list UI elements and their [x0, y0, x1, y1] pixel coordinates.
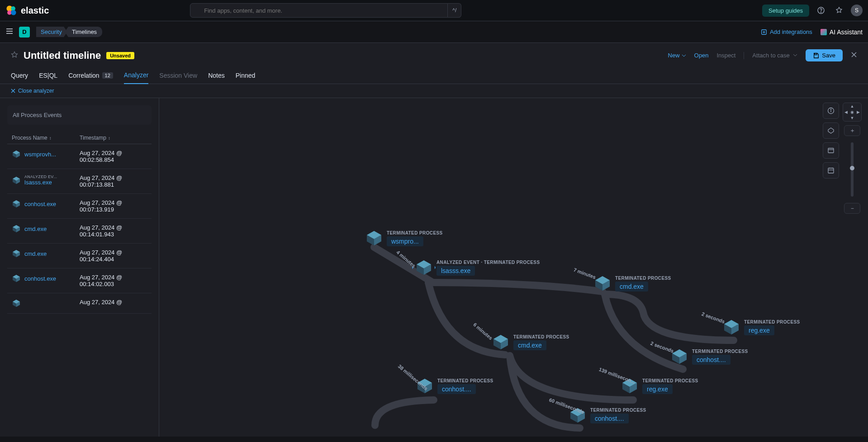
row-timestamp: Aug 27, 2024 @: [80, 299, 147, 306]
new-button[interactable]: New: [668, 52, 686, 59]
node-name-link[interactable]: lsasss.exe: [436, 266, 475, 276]
node-name-link[interactable]: wsmpro...: [387, 236, 423, 246]
process-node[interactable]: TERMINATED PROCESS cmd.exe: [593, 274, 671, 292]
zoom-in-icon[interactable]: ＋: [844, 125, 860, 136]
node-name-link[interactable]: reg.exe: [642, 384, 673, 394]
sidebar: All Process Events Process Name ↕ Timest…: [0, 98, 159, 441]
brand-logo[interactable]: elastic: [5, 5, 49, 16]
breadcrumb-security[interactable]: Security: [36, 27, 67, 37]
process-name-link[interactable]: wsmprovh...: [24, 151, 56, 158]
row-timestamp: Aug 27, 2024 @ 00:14:01.943: [80, 224, 147, 238]
node-name-link[interactable]: cmd.exe: [615, 282, 648, 292]
ai-assistant-button[interactable]: AI Assistant: [821, 28, 863, 36]
node-name-link[interactable]: conhost....: [437, 384, 476, 394]
node-status: TERMINATED PROCESS: [692, 349, 748, 354]
edge-label: 6 minutes: [472, 322, 493, 341]
cube-icon: [12, 249, 21, 258]
table-row[interactable]: conhost.exe Aug 27, 2024 @ 00:14:02.003: [7, 268, 152, 293]
node-name-link[interactable]: conhost....: [590, 414, 629, 423]
page-title: Untitled timeline: [24, 50, 101, 61]
zoom-slider[interactable]: [851, 142, 854, 197]
tab-session[interactable]: Session View: [159, 68, 197, 84]
process-name-link[interactable]: cmd.exe: [24, 250, 47, 257]
avatar[interactable]: S: [851, 5, 863, 16]
table-row[interactable]: cmd.exe Aug 27, 2024 @ 00:14:24.404: [7, 244, 152, 268]
row-name-cell: wsmprovh...: [12, 150, 80, 159]
search-input[interactable]: [190, 3, 448, 18]
nav-down-icon[interactable]: ▼: [849, 115, 855, 121]
nav-pad[interactable]: ▲ ◀◉▶ ▼: [843, 103, 862, 122]
close-analyzer-label: Close analyzer: [18, 88, 54, 94]
save-button[interactable]: Save: [806, 49, 843, 61]
process-name-link[interactable]: lsasss.exe: [24, 179, 57, 186]
nav-right-icon[interactable]: ▶: [855, 109, 861, 115]
divider: [744, 52, 744, 59]
node-label: TERMINATED PROCESS cmd.exe: [615, 276, 671, 292]
process-events-heading: All Process Events: [7, 105, 152, 125]
graph-canvas[interactable]: TERMINATED PROCESS wsmpro... ANALYZED EV…: [159, 98, 868, 441]
news-icon[interactable]: [833, 4, 845, 17]
table-row[interactable]: ANALYZED EV... lsasss.exe Aug 27, 2024 @…: [7, 169, 152, 194]
cube-icon: [365, 229, 383, 247]
process-node[interactable]: TERMINATED PROCESS reg.exe: [722, 318, 800, 336]
add-integrations-button[interactable]: Add integrations: [761, 28, 812, 35]
tab-query[interactable]: Query: [11, 68, 28, 84]
info-icon[interactable]: [823, 103, 839, 119]
nav-center-icon[interactable]: ◉: [849, 109, 855, 115]
correlation-count-badge: 12: [102, 72, 113, 79]
process-node[interactable]: ANALYZED EVENT · TERMINATED PROCESS lsas…: [415, 259, 540, 277]
table-row[interactable]: wsmprovh... Aug 27, 2024 @ 00:02:58.854: [7, 144, 152, 169]
nav-left-icon[interactable]: ◀: [843, 109, 849, 115]
timeline-header: Untitled timeline Unsaved New Open Inspe…: [0, 43, 868, 68]
process-node[interactable]: TERMINATED PROCESS wsmpro...: [365, 229, 443, 247]
edge-label: 4 minutes: [395, 249, 417, 268]
list-icon[interactable]: [823, 142, 839, 159]
process-node[interactable]: TERMINATED PROCESS conhost....: [670, 348, 748, 366]
col-timestamp[interactable]: Timestamp ↕: [80, 135, 147, 141]
ai-assistant-label: AI Assistant: [830, 28, 863, 36]
breadcrumb-timelines[interactable]: Timelines: [65, 27, 102, 37]
attach-button[interactable]: Attach to case: [752, 52, 797, 59]
date-icon[interactable]: [823, 162, 839, 179]
tab-esql[interactable]: ES|QL: [39, 68, 57, 84]
tab-analyzer[interactable]: Analyzer: [124, 68, 148, 84]
node-name-link[interactable]: cmd.exe: [513, 340, 546, 350]
tab-notes[interactable]: Notes: [208, 68, 225, 84]
process-name-link[interactable]: conhost.exe: [24, 201, 56, 207]
close-icon[interactable]: [851, 52, 857, 60]
node-name-link[interactable]: conhost....: [692, 355, 730, 365]
close-analyzer-button[interactable]: Close analyzer: [11, 88, 54, 94]
nav-up-icon[interactable]: ▲: [849, 103, 855, 109]
process-node[interactable]: TERMINATED PROCESS cmd.exe: [492, 333, 569, 351]
help-icon[interactable]: [815, 4, 827, 17]
zoom-out-icon[interactable]: －: [844, 203, 860, 214]
col-timestamp-label: Timestamp: [80, 135, 106, 141]
edge-label: 7 minutes: [573, 267, 596, 280]
favorite-icon[interactable]: [11, 51, 18, 60]
setup-guides-button[interactable]: Setup guides: [762, 5, 809, 17]
menu-icon[interactable]: [5, 27, 14, 37]
topbar: elastic ^/ Setup guides S: [0, 0, 868, 21]
tab-correlation[interactable]: Correlation 12: [68, 68, 113, 84]
table-row[interactable]: Aug 27, 2024 @: [7, 293, 152, 314]
row-name-cell: conhost.exe: [12, 199, 80, 208]
inspect-button[interactable]: Inspect: [716, 52, 735, 59]
tab-correlation-label: Correlation: [68, 72, 99, 79]
cube-icon: [492, 333, 510, 351]
zoom-handle[interactable]: [850, 166, 854, 170]
process-name-link[interactable]: cmd.exe: [24, 226, 47, 232]
col-process-name[interactable]: Process Name ↕: [12, 135, 80, 141]
table-row[interactable]: cmd.exe Aug 27, 2024 @ 00:14:01.943: [7, 219, 152, 244]
space-badge[interactable]: D: [19, 27, 30, 38]
cube-icon: [12, 299, 21, 308]
node-name-link[interactable]: reg.exe: [744, 325, 774, 335]
tab-pinned[interactable]: Pinned: [236, 68, 256, 84]
shape-icon[interactable]: [823, 122, 839, 139]
open-button[interactable]: Open: [694, 52, 709, 59]
close-analyzer-row: Close analyzer: [0, 84, 868, 98]
row-subtitle: ANALYZED EV...: [24, 174, 57, 179]
process-name-link[interactable]: conhost.exe: [24, 275, 56, 282]
brand-text: elastic: [21, 5, 49, 16]
node-label: TERMINATED PROCESS conhost....: [590, 408, 646, 423]
table-row[interactable]: conhost.exe Aug 27, 2024 @ 00:07:13.919: [7, 194, 152, 219]
